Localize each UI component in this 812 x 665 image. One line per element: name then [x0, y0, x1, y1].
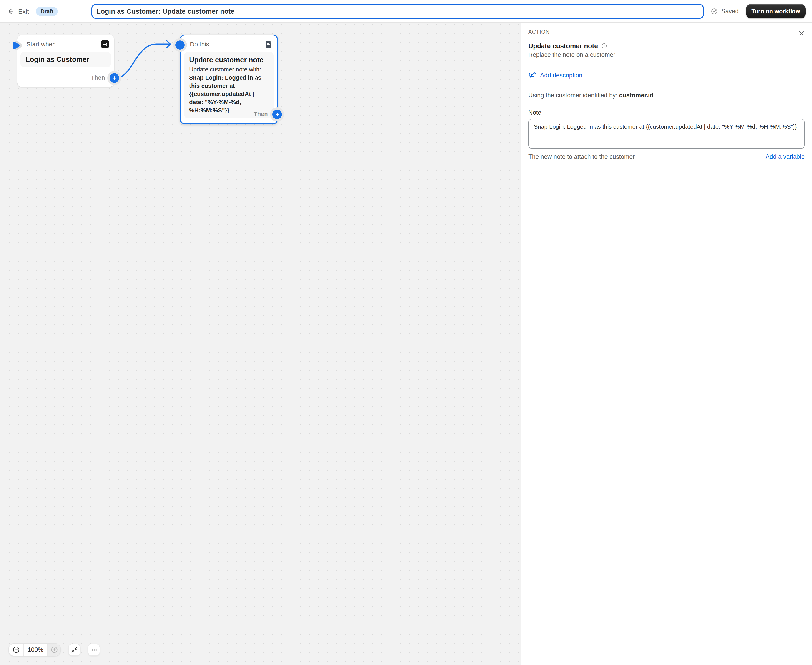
ellipsis-icon — [90, 646, 98, 654]
zoom-control: 100% — [8, 643, 61, 656]
save-status-label: Saved — [721, 8, 739, 15]
trigger-name: Login as Customer — [26, 55, 89, 64]
action-card-header: Do this... — [190, 41, 214, 48]
add-variable-button[interactable]: Add a variable — [765, 153, 805, 160]
document-icon — [265, 41, 272, 48]
action-summary: Update customer note with: Snap Login: L… — [189, 66, 269, 115]
trigger-card[interactable]: Start when... Login as Customer Then — [17, 35, 114, 87]
add-step-button[interactable] — [109, 73, 119, 83]
panel-subtitle: Replace the note on a customer — [528, 51, 805, 58]
note-input[interactable]: Snap Login: Logged in as this customer a… — [528, 119, 805, 149]
connector-in-dot — [175, 41, 185, 49]
status-badge: Draft — [36, 7, 58, 16]
fit-to-screen-button[interactable] — [68, 644, 80, 656]
exit-label: Exit — [18, 8, 29, 15]
login-icon — [101, 40, 109, 48]
comment-edit-icon — [528, 71, 536, 79]
flow-editor: Exit Draft Saved Turn on workflow — [0, 0, 812, 665]
action-card-body[interactable]: Update customer note Update customer not… — [184, 52, 274, 118]
then-label: Then — [91, 74, 105, 81]
plus-icon — [112, 75, 117, 81]
add-step-button[interactable] — [272, 110, 282, 119]
exit-button[interactable]: Exit — [7, 5, 30, 17]
action-card[interactable]: Do this... Update customer note Update c… — [180, 34, 278, 124]
save-status: Saved — [711, 8, 739, 15]
plus-circle-icon — [50, 646, 58, 654]
action-config-panel: ACTION Update customer note Replace the … — [521, 23, 812, 665]
note-field-label: Note — [528, 109, 805, 116]
info-icon[interactable] — [601, 43, 608, 49]
fit-to-screen-icon — [71, 646, 78, 653]
main-area: Start when... Login as Customer Then — [0, 23, 812, 665]
trigger-start-icon — [11, 39, 23, 52]
workflow-canvas[interactable]: Start when... Login as Customer Then — [0, 23, 521, 665]
check-circle-icon — [711, 8, 718, 15]
minus-circle-icon — [12, 646, 20, 654]
add-description-button[interactable]: Add description — [521, 65, 812, 85]
panel-title: Update customer note — [528, 42, 598, 49]
topbar: Exit Draft Saved Turn on workflow — [0, 0, 812, 23]
close-panel-button[interactable] — [797, 28, 807, 38]
zoom-level: 100% — [24, 644, 48, 656]
zoom-out-button[interactable] — [9, 644, 24, 656]
then-label: Then — [254, 111, 268, 117]
add-description-label: Add description — [540, 72, 582, 79]
close-icon — [798, 30, 805, 36]
trigger-card-header: Start when... — [26, 41, 61, 48]
trigger-card-body[interactable]: Login as Customer — [20, 52, 111, 67]
customer-identifier-value: customer.id — [619, 92, 654, 99]
customer-identifier-line: Using the customer identified by: custom… — [528, 92, 805, 99]
zoom-in-button[interactable] — [48, 644, 60, 656]
plus-icon — [274, 112, 280, 117]
canvas-controls: 100% — [8, 643, 100, 656]
workflow-title-input[interactable] — [91, 4, 704, 18]
action-name: Update customer note — [189, 56, 269, 65]
more-options-button[interactable] — [88, 644, 100, 656]
exit-icon — [7, 7, 15, 15]
note-help-text: The new note to attach to the customer — [528, 153, 635, 160]
panel-kicker: ACTION — [528, 29, 805, 34]
turn-on-workflow-button[interactable]: Turn on workflow — [746, 4, 805, 18]
